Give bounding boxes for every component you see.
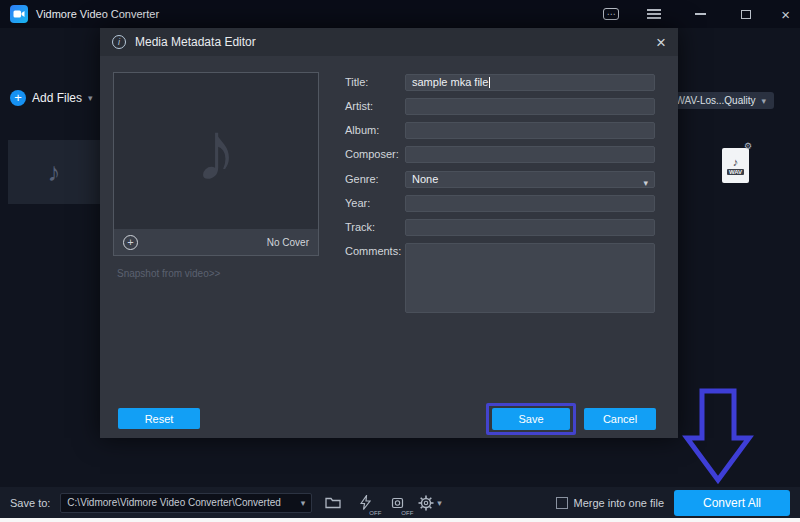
window-bottom-edge bbox=[0, 518, 800, 522]
gpu-acceleration-icon[interactable]: OFF bbox=[386, 493, 408, 513]
year-label: Year: bbox=[345, 195, 405, 212]
close-icon[interactable]: × bbox=[781, 7, 790, 22]
chevron-down-icon: ▾ bbox=[88, 93, 93, 103]
album-label: Album: bbox=[345, 122, 405, 139]
text-cursor bbox=[489, 77, 490, 88]
field-row-composer: Composer: bbox=[345, 146, 655, 163]
dialog-title: Media Metadata Editor bbox=[135, 35, 256, 49]
off-badge: OFF bbox=[369, 510, 381, 516]
merge-label: Merge into one file bbox=[574, 497, 665, 509]
convert-all-arrow-annotation bbox=[675, 388, 765, 484]
titlebar: Vidmore Video Converter ⋯ × bbox=[0, 0, 800, 28]
snapshot-from-video-link[interactable]: Snapshot from video>> bbox=[117, 268, 220, 279]
title-label: Title: bbox=[345, 74, 405, 91]
menu-icon[interactable] bbox=[643, 4, 665, 24]
artist-label: Artist: bbox=[345, 98, 405, 115]
music-note-icon: ♪ bbox=[114, 81, 318, 221]
chevron-down-icon: ▾ bbox=[761, 96, 766, 106]
convert-all-button[interactable]: Convert All bbox=[674, 490, 790, 516]
maximize-icon[interactable] bbox=[735, 4, 757, 24]
track-input[interactable] bbox=[405, 219, 655, 236]
app-title: Vidmore Video Converter bbox=[36, 8, 159, 20]
field-row-comments: Comments: bbox=[345, 243, 655, 313]
gear-icon bbox=[418, 495, 434, 511]
year-input[interactable] bbox=[405, 195, 655, 212]
title-input[interactable]: sample mka file bbox=[405, 74, 655, 91]
field-row-year: Year: bbox=[345, 195, 655, 212]
field-row-title: Title: sample mka file bbox=[345, 74, 655, 91]
genre-select[interactable]: None ▾ bbox=[405, 171, 655, 188]
gear-badge-icon[interactable]: ⚙ bbox=[744, 141, 752, 151]
merge-into-one-file-option[interactable]: Merge into one file bbox=[556, 497, 665, 509]
composer-input[interactable] bbox=[405, 146, 655, 163]
output-format-dropdown[interactable]: WAV-Los...Quality ▾ bbox=[667, 92, 774, 109]
media-metadata-editor-dialog: i Media Metadata Editor × ♪ + No Cover S… bbox=[100, 28, 678, 438]
field-row-genre: Genre: None ▾ bbox=[345, 171, 655, 188]
comments-textarea[interactable] bbox=[405, 243, 655, 313]
minimize-icon[interactable] bbox=[689, 4, 711, 24]
feedback-icon[interactable]: ⋯ bbox=[603, 8, 619, 20]
bottom-bar: Save to: C:\Vidmore\Vidmore Video Conver… bbox=[0, 487, 800, 518]
comments-label: Comments: bbox=[345, 243, 405, 313]
app-logo-icon bbox=[10, 5, 28, 23]
music-note-icon: ♪ bbox=[48, 157, 61, 188]
music-note-icon: ♪ bbox=[733, 157, 739, 168]
track-label: Track: bbox=[345, 219, 405, 236]
field-row-album: Album: bbox=[345, 122, 655, 139]
save-path-dropdown[interactable]: C:\Vidmore\Vidmore Video Converter\Conve… bbox=[60, 493, 312, 513]
save-path-value: C:\Vidmore\Vidmore Video Converter\Conve… bbox=[67, 497, 296, 508]
save-button[interactable]: Save bbox=[492, 408, 570, 430]
dialog-header: i Media Metadata Editor × bbox=[100, 28, 678, 56]
add-cover-button[interactable]: + bbox=[123, 235, 138, 250]
chevron-down-icon: ▾ bbox=[643, 176, 648, 188]
settings-dropdown[interactable]: ▾ bbox=[418, 495, 442, 511]
title-value: sample mka file bbox=[412, 76, 488, 88]
album-input[interactable] bbox=[405, 122, 655, 139]
add-icon: + bbox=[10, 90, 26, 106]
output-format-label: WAV-Los...Quality bbox=[675, 95, 755, 106]
chevron-down-icon: ▾ bbox=[437, 498, 442, 508]
cover-art-box: ♪ + No Cover bbox=[113, 72, 319, 256]
high-speed-conversion-icon[interactable]: OFF bbox=[354, 493, 376, 513]
genre-value: None bbox=[412, 173, 438, 185]
info-icon: i bbox=[112, 35, 126, 49]
genre-label: Genre: bbox=[345, 171, 405, 188]
artist-input[interactable] bbox=[405, 98, 655, 115]
reset-button[interactable]: Reset bbox=[118, 408, 200, 429]
off-badge: OFF bbox=[401, 510, 413, 516]
media-file-tile[interactable]: ♪ bbox=[8, 140, 100, 204]
add-files-button[interactable]: + Add Files ▾ bbox=[10, 90, 93, 106]
cover-strip: + No Cover bbox=[114, 229, 318, 255]
format-badge: WAV bbox=[727, 169, 744, 175]
output-file-icon: ⚙ ♪ WAV bbox=[722, 148, 749, 183]
open-folder-button[interactable] bbox=[322, 493, 344, 513]
field-row-track: Track: bbox=[345, 219, 655, 236]
add-files-label: Add Files bbox=[32, 91, 82, 105]
merge-checkbox[interactable] bbox=[556, 497, 568, 509]
field-row-artist: Artist: bbox=[345, 98, 655, 115]
chevron-down-icon: ▾ bbox=[301, 498, 306, 508]
no-cover-label: No Cover bbox=[267, 237, 309, 248]
composer-label: Composer: bbox=[345, 146, 405, 163]
save-to-label: Save to: bbox=[10, 497, 50, 509]
cancel-button[interactable]: Cancel bbox=[584, 408, 656, 430]
dialog-close-icon[interactable]: × bbox=[656, 34, 666, 51]
